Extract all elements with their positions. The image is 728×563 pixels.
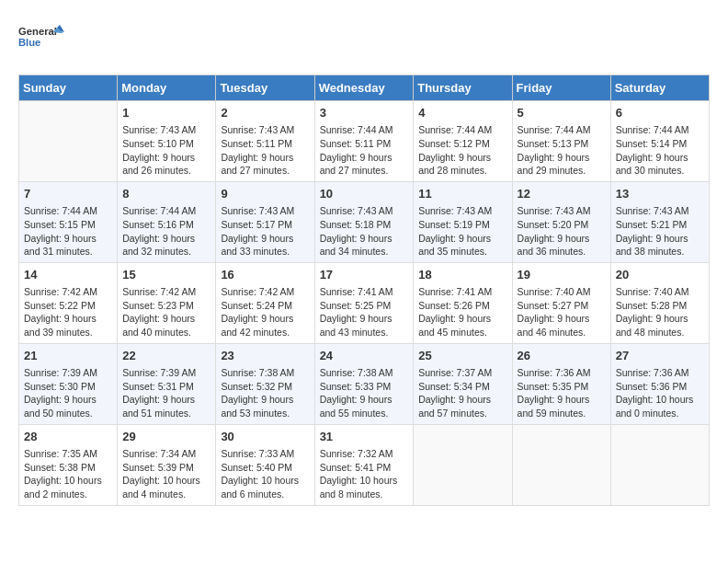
day-cell: 1Sunrise: 7:43 AMSunset: 5:10 PMDaylight… <box>118 101 216 182</box>
day-cell: 13Sunrise: 7:43 AMSunset: 5:21 PMDayligh… <box>610 181 709 262</box>
day-number: 1 <box>122 105 210 121</box>
day-number: 12 <box>518 186 606 202</box>
day-info: Sunrise: 7:40 AMSunset: 5:28 PMDaylight:… <box>616 285 704 339</box>
week-row-1: 1Sunrise: 7:43 AMSunset: 5:10 PMDaylight… <box>19 101 710 182</box>
day-info: Sunrise: 7:43 AMSunset: 5:21 PMDaylight:… <box>616 204 704 259</box>
day-cell: 26Sunrise: 7:36 AMSunset: 5:35 PMDayligh… <box>512 343 610 424</box>
day-info: Sunrise: 7:32 AMSunset: 5:41 PMDaylight:… <box>320 447 409 501</box>
col-header-thursday: Thursday <box>414 75 512 101</box>
day-info: Sunrise: 7:43 AMSunset: 5:10 PMDaylight:… <box>122 123 210 178</box>
day-info: Sunrise: 7:44 AMSunset: 5:16 PMDaylight:… <box>122 204 210 259</box>
day-cell: 4Sunrise: 7:44 AMSunset: 5:12 PMDaylight… <box>414 101 512 182</box>
day-cell: 16Sunrise: 7:42 AMSunset: 5:24 PMDayligh… <box>216 262 314 343</box>
day-cell: 22Sunrise: 7:39 AMSunset: 5:31 PMDayligh… <box>118 343 216 424</box>
day-info: Sunrise: 7:37 AMSunset: 5:34 PMDaylight:… <box>418 366 506 420</box>
day-number: 3 <box>320 105 409 121</box>
day-info: Sunrise: 7:33 AMSunset: 5:40 PMDaylight:… <box>221 447 309 501</box>
day-info: Sunrise: 7:41 AMSunset: 5:25 PMDaylight:… <box>320 285 409 339</box>
week-row-4: 21Sunrise: 7:39 AMSunset: 5:30 PMDayligh… <box>19 343 710 424</box>
day-number: 19 <box>518 267 606 283</box>
day-number: 10 <box>320 186 409 202</box>
day-cell: 31Sunrise: 7:32 AMSunset: 5:41 PMDayligh… <box>314 424 414 505</box>
day-info: Sunrise: 7:36 AMSunset: 5:36 PMDaylight:… <box>616 366 704 420</box>
day-number: 29 <box>122 429 210 445</box>
day-number: 27 <box>616 348 704 364</box>
day-cell: 11Sunrise: 7:43 AMSunset: 5:19 PMDayligh… <box>414 181 512 262</box>
day-number: 28 <box>24 429 112 445</box>
day-cell: 10Sunrise: 7:43 AMSunset: 5:18 PMDayligh… <box>314 181 414 262</box>
day-info: Sunrise: 7:43 AMSunset: 5:17 PMDaylight:… <box>221 204 309 259</box>
page-header: General Blue <box>18 18 710 60</box>
day-info: Sunrise: 7:44 AMSunset: 5:11 PMDaylight:… <box>320 123 409 178</box>
day-cell: 27Sunrise: 7:36 AMSunset: 5:36 PMDayligh… <box>610 343 709 424</box>
week-row-5: 28Sunrise: 7:35 AMSunset: 5:38 PMDayligh… <box>19 424 710 505</box>
day-info: Sunrise: 7:38 AMSunset: 5:32 PMDaylight:… <box>221 366 309 420</box>
day-number: 2 <box>221 105 309 121</box>
day-info: Sunrise: 7:44 AMSunset: 5:12 PMDaylight:… <box>418 123 506 178</box>
day-cell: 24Sunrise: 7:38 AMSunset: 5:33 PMDayligh… <box>314 343 414 424</box>
week-row-2: 7Sunrise: 7:44 AMSunset: 5:15 PMDaylight… <box>19 181 710 262</box>
day-info: Sunrise: 7:44 AMSunset: 5:15 PMDaylight:… <box>24 204 112 259</box>
day-number: 5 <box>518 105 606 121</box>
day-info: Sunrise: 7:40 AMSunset: 5:27 PMDaylight:… <box>518 285 606 339</box>
col-header-saturday: Saturday <box>610 75 709 101</box>
day-number: 31 <box>320 429 409 445</box>
day-number: 20 <box>616 267 704 283</box>
week-row-3: 14Sunrise: 7:42 AMSunset: 5:22 PMDayligh… <box>19 262 710 343</box>
day-cell: 23Sunrise: 7:38 AMSunset: 5:32 PMDayligh… <box>216 343 314 424</box>
day-cell: 21Sunrise: 7:39 AMSunset: 5:30 PMDayligh… <box>19 343 118 424</box>
day-cell: 17Sunrise: 7:41 AMSunset: 5:25 PMDayligh… <box>314 262 414 343</box>
day-cell: 29Sunrise: 7:34 AMSunset: 5:39 PMDayligh… <box>118 424 216 505</box>
day-cell: 15Sunrise: 7:42 AMSunset: 5:23 PMDayligh… <box>118 262 216 343</box>
day-info: Sunrise: 7:39 AMSunset: 5:30 PMDaylight:… <box>24 366 112 420</box>
svg-text:General: General <box>18 26 57 37</box>
col-header-sunday: Sunday <box>19 75 118 101</box>
day-info: Sunrise: 7:44 AMSunset: 5:14 PMDaylight:… <box>616 123 704 178</box>
col-header-tuesday: Tuesday <box>216 75 314 101</box>
day-cell <box>610 424 709 505</box>
day-number: 13 <box>616 186 704 202</box>
day-info: Sunrise: 7:43 AMSunset: 5:18 PMDaylight:… <box>320 204 409 259</box>
day-cell: 30Sunrise: 7:33 AMSunset: 5:40 PMDayligh… <box>216 424 314 505</box>
day-cell: 2Sunrise: 7:43 AMSunset: 5:11 PMDaylight… <box>216 101 314 182</box>
day-info: Sunrise: 7:43 AMSunset: 5:11 PMDaylight:… <box>221 123 309 178</box>
svg-text:Blue: Blue <box>18 37 40 48</box>
day-cell: 3Sunrise: 7:44 AMSunset: 5:11 PMDaylight… <box>314 101 414 182</box>
col-header-wednesday: Wednesday <box>314 75 414 101</box>
day-info: Sunrise: 7:35 AMSunset: 5:38 PMDaylight:… <box>24 447 112 501</box>
day-cell: 25Sunrise: 7:37 AMSunset: 5:34 PMDayligh… <box>414 343 512 424</box>
day-cell: 20Sunrise: 7:40 AMSunset: 5:28 PMDayligh… <box>610 262 709 343</box>
day-info: Sunrise: 7:39 AMSunset: 5:31 PMDaylight:… <box>122 366 210 420</box>
day-number: 25 <box>418 348 506 364</box>
day-info: Sunrise: 7:38 AMSunset: 5:33 PMDaylight:… <box>320 366 409 420</box>
day-number: 16 <box>221 267 309 283</box>
col-header-friday: Friday <box>512 75 610 101</box>
day-cell: 19Sunrise: 7:40 AMSunset: 5:27 PMDayligh… <box>512 262 610 343</box>
day-number: 18 <box>418 267 506 283</box>
day-info: Sunrise: 7:42 AMSunset: 5:23 PMDaylight:… <box>122 285 210 339</box>
day-number: 14 <box>24 267 112 283</box>
day-info: Sunrise: 7:41 AMSunset: 5:26 PMDaylight:… <box>418 285 506 339</box>
day-cell: 8Sunrise: 7:44 AMSunset: 5:16 PMDaylight… <box>118 181 216 262</box>
day-cell: 14Sunrise: 7:42 AMSunset: 5:22 PMDayligh… <box>19 262 118 343</box>
day-info: Sunrise: 7:42 AMSunset: 5:22 PMDaylight:… <box>24 285 112 339</box>
day-info: Sunrise: 7:36 AMSunset: 5:35 PMDaylight:… <box>518 366 606 420</box>
day-cell: 18Sunrise: 7:41 AMSunset: 5:26 PMDayligh… <box>414 262 512 343</box>
day-number: 26 <box>518 348 606 364</box>
day-cell: 5Sunrise: 7:44 AMSunset: 5:13 PMDaylight… <box>512 101 610 182</box>
day-info: Sunrise: 7:43 AMSunset: 5:20 PMDaylight:… <box>518 204 606 259</box>
day-number: 15 <box>122 267 210 283</box>
day-info: Sunrise: 7:43 AMSunset: 5:19 PMDaylight:… <box>418 204 506 259</box>
day-number: 30 <box>221 429 309 445</box>
col-header-monday: Monday <box>118 75 216 101</box>
day-cell: 28Sunrise: 7:35 AMSunset: 5:38 PMDayligh… <box>19 424 118 505</box>
day-cell <box>512 424 610 505</box>
calendar-header-row: SundayMondayTuesdayWednesdayThursdayFrid… <box>19 75 710 101</box>
day-number: 23 <box>221 348 309 364</box>
day-number: 24 <box>320 348 409 364</box>
day-cell <box>414 424 512 505</box>
day-info: Sunrise: 7:44 AMSunset: 5:13 PMDaylight:… <box>518 123 606 178</box>
day-cell: 7Sunrise: 7:44 AMSunset: 5:15 PMDaylight… <box>19 181 118 262</box>
day-info: Sunrise: 7:42 AMSunset: 5:24 PMDaylight:… <box>221 285 309 339</box>
day-number: 7 <box>24 186 112 202</box>
